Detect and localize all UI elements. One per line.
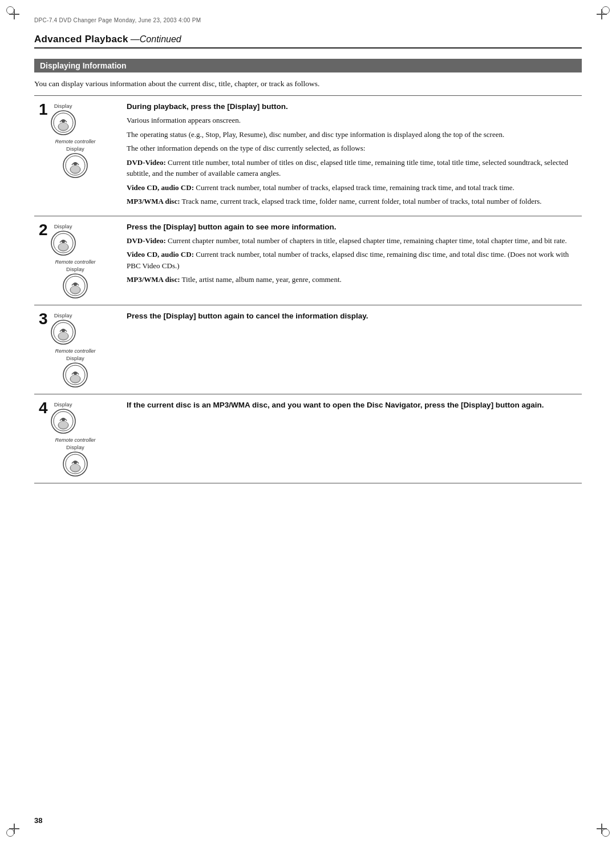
step-4-title: If the current disc is an MP3/WMA disc, … bbox=[127, 400, 575, 411]
svg-point-13 bbox=[59, 243, 68, 250]
page-subtitle: —Continued bbox=[131, 34, 181, 45]
page-header: Advanced Playback —Continued bbox=[34, 34, 582, 49]
step-4-content: If the current disc is an MP3/WMA disc, … bbox=[119, 394, 582, 483]
step-4-display-label-2: Display bbox=[66, 444, 84, 450]
circle-tr bbox=[602, 6, 610, 14]
step-2-display-label-1: Display bbox=[54, 223, 72, 229]
step-2-left: 2 Display Remote contr bbox=[34, 216, 119, 305]
svg-point-14 bbox=[62, 240, 65, 243]
page-title: Advanced Playback bbox=[34, 34, 128, 45]
svg-point-3 bbox=[59, 123, 68, 130]
step-3-icon-group-bottom: Remote controller Display bbox=[55, 348, 95, 388]
svg-point-24 bbox=[62, 329, 65, 332]
step-1-title: During playback, press the [Display] but… bbox=[127, 102, 575, 112]
svg-point-33 bbox=[59, 421, 68, 428]
step-3-display-label-1: Display bbox=[54, 312, 72, 318]
step-3-remote-label: Remote controller bbox=[55, 348, 95, 354]
step-2: 2 Display Remote contr bbox=[34, 216, 582, 305]
step-4-display-btn-1 bbox=[50, 408, 76, 434]
svg-point-23 bbox=[59, 332, 68, 339]
svg-point-28 bbox=[71, 375, 80, 382]
step-4-left: 4 Display Remote contr bbox=[34, 394, 119, 483]
step-1-display-label-2: Display bbox=[66, 146, 84, 152]
step-3: 3 Display Remote contr bbox=[34, 305, 582, 394]
svg-point-19 bbox=[74, 283, 77, 286]
step-2-content: Press the [Display] button again to see … bbox=[119, 216, 582, 305]
step-3-display-btn-2 bbox=[62, 362, 88, 388]
step-3-number: 3 bbox=[39, 311, 48, 327]
step-2-body: DVD-Video: Current chapter number, total… bbox=[127, 235, 575, 285]
circle-tl bbox=[6, 6, 14, 14]
svg-point-38 bbox=[71, 464, 80, 471]
step-1-icon-group-top: Display bbox=[50, 103, 76, 136]
svg-point-9 bbox=[74, 162, 77, 166]
intro-text: You can display various information abou… bbox=[34, 78, 582, 90]
step-4-display-btn-2 bbox=[62, 451, 88, 477]
step-1-display-btn-2 bbox=[62, 152, 88, 179]
svg-point-4 bbox=[62, 119, 65, 123]
step-1-left: 1 Display Remote contr bbox=[34, 96, 119, 215]
step-2-display-btn-2 bbox=[62, 273, 88, 299]
step-1-number: 1 bbox=[39, 102, 48, 118]
section-heading: Displaying Information bbox=[34, 59, 582, 72]
step-2-icon-group-bottom: Remote controller Display bbox=[55, 259, 95, 299]
step-3-title: Press the [Display] button again to canc… bbox=[127, 311, 575, 322]
step-1: 1 Display Remote contr bbox=[34, 96, 582, 216]
step-1-content: During playback, press the [Display] but… bbox=[119, 96, 582, 215]
step-1-display-btn-1 bbox=[50, 110, 76, 136]
step-4: 4 Display Remote contr bbox=[34, 394, 582, 483]
step-1-icon-group-bottom: Remote controller Display bbox=[55, 138, 95, 179]
page: DPC-7.4 DVD Changer Page Monday, June 23… bbox=[0, 0, 616, 843]
step-3-icon-group-top: Display bbox=[50, 312, 76, 345]
step-3-content: Press the [Display] button again to canc… bbox=[119, 305, 582, 394]
svg-point-29 bbox=[74, 372, 77, 375]
steps-container: 1 Display Remote contr bbox=[34, 95, 582, 483]
step-2-remote-label: Remote controller bbox=[55, 259, 95, 265]
step-2-display-label-2: Display bbox=[66, 266, 84, 272]
step-4-display-label-1: Display bbox=[54, 401, 72, 408]
svg-point-8 bbox=[71, 166, 80, 172]
step-3-display-btn-1 bbox=[50, 319, 76, 345]
step-1-body: Various information appears onscreen. Th… bbox=[127, 115, 575, 207]
step-1-display-label-1: Display bbox=[54, 103, 72, 109]
step-2-number: 2 bbox=[39, 222, 48, 238]
step-4-icon-group-bottom: Remote controller Display bbox=[55, 437, 95, 477]
svg-point-34 bbox=[62, 418, 65, 421]
step-4-remote-label: Remote controller bbox=[55, 437, 95, 443]
meta-line: DPC-7.4 DVD Changer Page Monday, June 23… bbox=[34, 17, 582, 23]
circle-br bbox=[602, 829, 610, 837]
step-4-number: 4 bbox=[39, 400, 48, 416]
step-2-icon-group-top: Display bbox=[50, 223, 76, 256]
circle-bl bbox=[6, 829, 14, 837]
step-3-display-label-2: Display bbox=[66, 355, 84, 361]
step-2-display-btn-1 bbox=[50, 230, 76, 256]
step-3-left: 3 Display Remote contr bbox=[34, 305, 119, 394]
step-1-remote-label: Remote controller bbox=[55, 139, 95, 144]
page-number: 38 bbox=[34, 816, 42, 825]
svg-point-18 bbox=[71, 286, 80, 293]
step-4-icon-group-top: Display bbox=[50, 401, 76, 434]
svg-point-39 bbox=[74, 461, 77, 464]
step-2-title: Press the [Display] button again to see … bbox=[127, 222, 575, 233]
